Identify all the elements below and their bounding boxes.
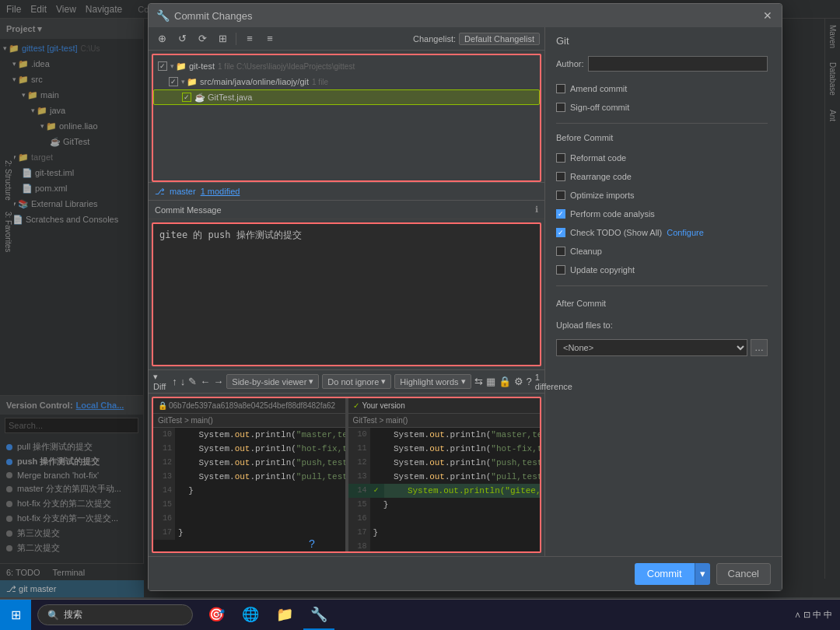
git-author-row: Author: (556, 56, 768, 72)
update-copyright-label: Update copyright (570, 265, 635, 275)
commit-message-input[interactable]: gitee 的 push 操作测试的提交 (152, 222, 541, 366)
ft-item-gitjava[interactable]: ✓ ☕ GitTest.java (153, 89, 540, 105)
taskbar-app-intellij[interactable]: 🔧 (303, 600, 334, 630)
author-label: Author: (556, 59, 583, 68)
check-todo-checkbox[interactable]: ✓ (556, 228, 565, 237)
diff-down-btn[interactable]: ↓ (180, 373, 186, 390)
diff-section: ▾ Diff ↑ ↓ ✎ ← → Side-by-side viewer ▾ D… (149, 369, 544, 556)
commit-changes-dialog: 🔧 Commit Changes ✕ ⊕ ↺ ⟳ ⊞ ≡ ≡ (148, 3, 782, 591)
diff-swap-btn[interactable]: ⇆ (474, 373, 483, 390)
amend-checkbox[interactable] (556, 84, 565, 93)
taskbar-tray: ∧ ⊡ 中 中 (794, 609, 840, 621)
diff-content-area: 🔒 06b7de5397aa6189a8e0425d4bef88df8482fa… (152, 397, 541, 553)
diff-line-added: 14 ✓ System.out.println("gitee,push,test… (348, 484, 541, 498)
lock-icon: 🔒 (158, 401, 167, 410)
diff-line: 16 (153, 512, 345, 526)
changelist-area: Changelist: Default Changelist (413, 33, 540, 45)
author-input[interactable] (588, 56, 768, 72)
commit-button-group: Commit ▾ (635, 563, 710, 585)
upload-control-row: <None> … (556, 339, 768, 356)
taskbar: ⊞ 🔍 搜索 🎯 🌐 📁 🔧 ∧ ⊡ 中 中 (0, 599, 840, 630)
cleanup-checkbox[interactable] (556, 247, 565, 256)
toolbar-move-down-btn[interactable]: ≡ (261, 30, 278, 47)
your-version-label: Your version (362, 401, 405, 410)
signoff-checkbox[interactable] (556, 103, 565, 112)
diff-prev-btn[interactable]: ← (200, 373, 210, 390)
diff-highlight-dropdown[interactable]: Highlight words ▾ (394, 374, 471, 389)
modal-title-text: Commit Changes (174, 10, 252, 22)
ft-checkbox-root[interactable]: ✓ (158, 61, 167, 71)
before-commit-title: Before Commit (556, 133, 768, 142)
diff-line: 17 } (348, 526, 541, 540)
modal-close-button[interactable]: ✕ (761, 9, 774, 22)
diff-help-btn[interactable]: ? (527, 373, 532, 390)
upload-more-btn[interactable]: … (751, 339, 768, 356)
help-icon[interactable]: ? (309, 537, 315, 550)
commit-hash: 06b7de5397aa6189a8e0425d4bef88df8482fa62 (169, 401, 335, 410)
commit-dropdown-button[interactable]: ▾ (695, 563, 710, 585)
changelist-dropdown[interactable]: Default Changelist (459, 33, 540, 45)
modal-statusbar: ⎇ master 1 modified (149, 182, 544, 201)
configure-link[interactable]: Configure (667, 228, 704, 237)
diff-next-btn[interactable]: → (213, 373, 223, 390)
diff-line: 18 (348, 540, 541, 551)
git-section-title: Git (556, 35, 768, 47)
diff-line: 15 } (348, 498, 541, 512)
toolbar-move-up-btn[interactable]: ≡ (241, 30, 258, 47)
diff-viewer-dropdown[interactable]: Side-by-side viewer ▾ (226, 374, 319, 389)
taskbar-app-edge[interactable]: 🌐 (235, 600, 266, 630)
toolbar-add-btn[interactable]: ⊕ (153, 30, 170, 47)
commit-button[interactable]: Commit (635, 563, 695, 585)
after-commit-title: After Commit (556, 299, 768, 308)
ft-checkbox-file[interactable]: ✓ (182, 93, 191, 102)
toolbar-undo-btn[interactable]: ↺ (173, 30, 191, 47)
toolbar-group-btn[interactable]: ⊞ (214, 30, 231, 47)
modal-body: ⊕ ↺ ⟳ ⊞ ≡ ≡ Changelist: Default Changeli… (149, 27, 782, 556)
diff-line: 13 System.out.println("pull,test!"); (348, 470, 541, 484)
diff-grid-btn[interactable]: ▦ (486, 373, 495, 390)
toolbar-separator (236, 33, 236, 45)
upload-select[interactable]: <None> (556, 339, 747, 356)
ft-item-root[interactable]: ✓ ▾ 📁 git-test 1 file C:\Users\liaojy\Id… (153, 58, 540, 74)
rearrange-label: Rearrange code (570, 172, 632, 181)
reformat-row: Reformat code (556, 153, 768, 163)
ft-checkbox-package[interactable]: ✓ (169, 77, 178, 86)
update-copyright-checkbox[interactable] (556, 265, 565, 275)
search-icon: 🔍 (47, 610, 59, 621)
branch-icon: ⎇ (155, 187, 165, 197)
cancel-button[interactable]: Cancel (716, 563, 771, 585)
diff-right-pane: ✓ Your version GitTest > main() 10 (348, 398, 541, 551)
taskbar-app-explorer[interactable]: 📁 (269, 600, 300, 630)
diff-left-code: 10 System.out.println("master,test!"); 1… (153, 428, 345, 551)
taskbar-app-widgets[interactable]: 🎯 (201, 600, 232, 630)
diff-line: 17 } (153, 526, 345, 540)
taskbar-search[interactable]: 🔍 搜索 (37, 604, 193, 625)
diff-left-filepath: GitTest > main() (153, 414, 345, 428)
upload-label: Upload files to: (556, 320, 613, 330)
optimize-checkbox[interactable] (556, 191, 565, 200)
rearrange-checkbox[interactable] (556, 172, 565, 181)
cleanup-row: Cleanup (556, 247, 768, 256)
diff-line: 16 (348, 512, 541, 526)
diff-up-btn[interactable]: ↑ (172, 373, 177, 390)
diff-right-filepath: GitTest > main() (348, 414, 541, 428)
check-todo-label: Check TODO (Show All) (570, 228, 662, 237)
diff-lock-btn[interactable]: 🔒 (499, 373, 511, 390)
commit-msg-text: gitee 的 push 操作测试的提交 (159, 229, 302, 240)
diff-line: 11 System.out.println("hot-fix,test!"); (348, 442, 541, 456)
diff-ignore-dropdown[interactable]: Do not ignore ▾ (322, 374, 391, 389)
check-todo-row: ✓ Check TODO (Show All) Configure (556, 228, 768, 237)
changelist-label: Changelist: (413, 34, 456, 44)
ide-background: File Edit View Navigate Commit Changes P… (0, 0, 840, 597)
ft-item-package[interactable]: ✓ ▾ 📁 src/main/java/online/liaojy/git 1 … (153, 74, 540, 89)
diff-left-pane: 🔒 06b7de5397aa6189a8e0425d4bef88df8482fa… (153, 398, 345, 551)
signoff-label: Sign-off commit (570, 103, 629, 112)
reformat-checkbox[interactable] (556, 153, 565, 163)
toolbar-refresh-btn[interactable]: ⟳ (194, 30, 211, 47)
start-button[interactable]: ⊞ (0, 600, 31, 631)
diff-line: 10 System.out.println("master,test!"); (153, 428, 345, 442)
diff-settings-btn[interactable]: ⚙ (514, 373, 523, 390)
diff-edit-btn[interactable]: ✎ (188, 373, 197, 390)
code-analysis-checkbox[interactable]: ✓ (556, 209, 565, 219)
reformat-label: Reformat code (570, 153, 626, 163)
